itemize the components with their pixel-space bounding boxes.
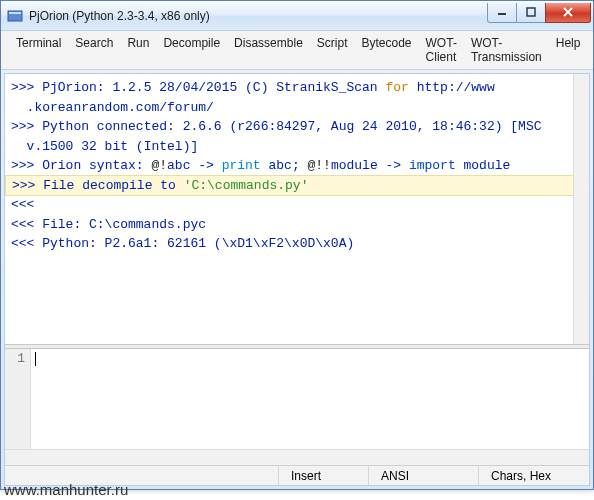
minimize-button[interactable] — [487, 3, 517, 23]
output-line: >>> Orion syntax: @!abc -> print abc; @!… — [11, 156, 583, 176]
menu-script[interactable]: Script — [310, 34, 355, 66]
menu-wot-client[interactable]: WOT-Client — [419, 34, 464, 66]
svg-rect-1 — [9, 12, 21, 14]
status-insert: Insert — [279, 466, 369, 485]
output-line: >>> File decompile to 'C:\commands.py' — [5, 175, 589, 197]
app-icon — [7, 8, 23, 24]
status-mode: Chars, Hex — [479, 466, 589, 485]
status-encoding: ANSI — [369, 466, 479, 485]
output-line: >>> Python connected: 2.6.6 (r266:84297,… — [11, 117, 583, 137]
output-pane[interactable]: >>> PjOrion: 1.2.5 28/04/2015 (C) Strani… — [5, 74, 589, 344]
input-pane: 1 — [5, 349, 589, 449]
output-line: v.1500 32 bit (Intel)] — [11, 137, 583, 157]
window-controls — [488, 3, 591, 23]
line-gutter: 1 — [5, 349, 31, 449]
window-title: PjOrion (Python 2.3-3.4, x86 only) — [29, 9, 488, 23]
menu-bytecode[interactable]: Bytecode — [355, 34, 419, 66]
horizontal-scrollbar[interactable] — [5, 449, 589, 465]
svg-rect-3 — [527, 8, 535, 16]
menu-run[interactable]: Run — [120, 34, 156, 66]
caret — [35, 352, 36, 366]
code-input[interactable] — [31, 349, 589, 449]
line-number: 1 — [7, 351, 25, 366]
menubar: TerminalSearchRunDecompileDisassembleScr… — [1, 31, 593, 70]
client-area: >>> PjOrion: 1.2.5 28/04/2015 (C) Strani… — [4, 73, 590, 486]
output-line: >>> PjOrion: 1.2.5 28/04/2015 (C) Strani… — [11, 78, 583, 98]
menu-wot-transmission[interactable]: WOT-Transmission — [464, 34, 549, 66]
output-line: <<< File: C:\commands.pyc — [11, 215, 583, 235]
titlebar[interactable]: PjOrion (Python 2.3-3.4, x86 only) — [1, 1, 593, 31]
menu-help[interactable]: Help — [549, 34, 588, 66]
menu-disassemble[interactable]: Disassemble — [227, 34, 310, 66]
output-line: <<< Python: P2.6a1: 62161 (\xD1\xF2\x0D\… — [11, 234, 583, 254]
watermark: www.manhunter.ru — [4, 481, 128, 498]
output-line: .koreanrandom.com/forum/ — [11, 98, 583, 118]
output-line: <<< — [11, 195, 583, 215]
maximize-button[interactable] — [516, 3, 546, 23]
app-window: PjOrion (Python 2.3-3.4, x86 only) Termi… — [0, 0, 594, 490]
vertical-scrollbar[interactable] — [573, 74, 589, 344]
menu-search[interactable]: Search — [68, 34, 120, 66]
svg-rect-2 — [498, 13, 506, 15]
menu-terminal[interactable]: Terminal — [9, 34, 68, 66]
menu-decompile[interactable]: Decompile — [156, 34, 227, 66]
close-button[interactable] — [545, 3, 591, 23]
